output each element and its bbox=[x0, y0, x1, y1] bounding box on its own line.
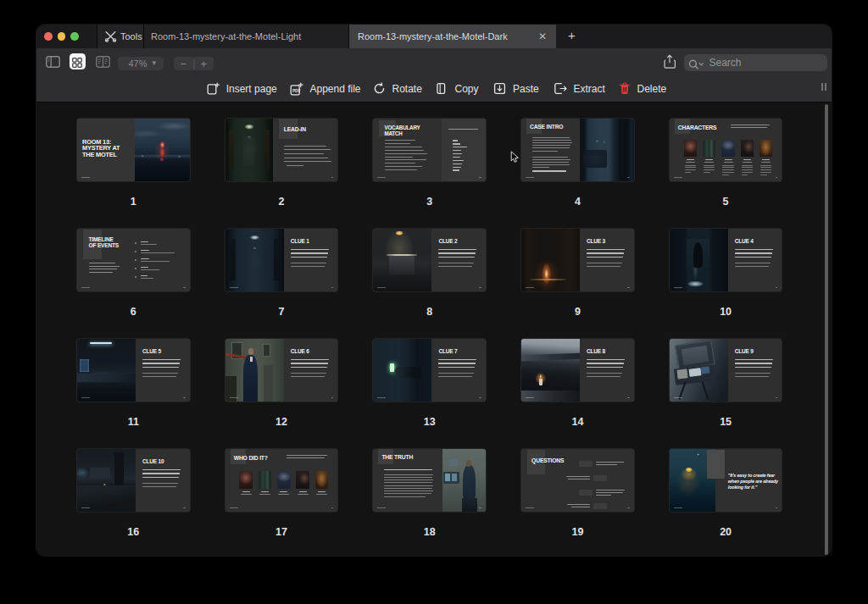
svg-text:PDF: PDF bbox=[292, 89, 300, 93]
